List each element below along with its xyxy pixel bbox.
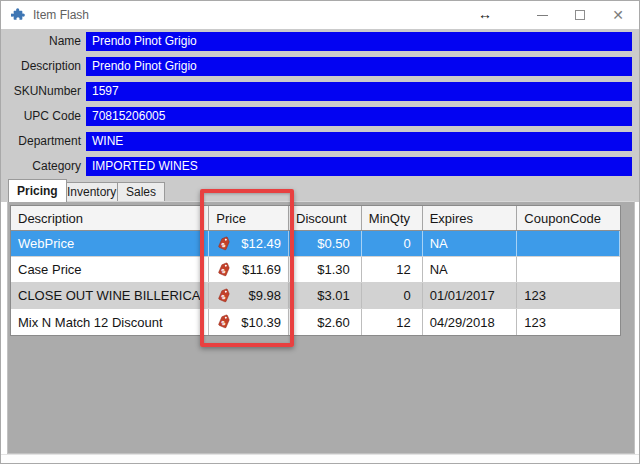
cell-description: Case Price	[11, 257, 209, 282]
cell-price: $ $12.49	[209, 231, 289, 256]
maximize-icon	[575, 10, 585, 20]
cell-couponcode	[517, 257, 620, 282]
puzzle-icon	[11, 7, 27, 23]
cell-couponcode	[517, 231, 620, 256]
cell-expires: NA	[423, 257, 518, 282]
upc-code-label: UPC Code	[1, 109, 81, 123]
column-header-price[interactable]: Price	[209, 206, 289, 230]
description-label: Description	[1, 59, 81, 73]
window-title: Item Flash	[33, 8, 89, 22]
cell-minqty: 12	[362, 309, 423, 335]
cell-description: WebPrice	[11, 231, 209, 256]
column-header-minqty[interactable]: MinQty	[362, 206, 423, 230]
cell-minqty: 12	[362, 257, 423, 282]
form-row-description: Description Prendo Pinot Grigio	[1, 57, 639, 76]
minimize-button[interactable]	[525, 1, 559, 29]
form-row-name: Name Prendo Pinot Grigio	[1, 32, 639, 51]
price-tag-icon: $	[216, 288, 232, 304]
name-field[interactable]: Prendo Pinot Grigio	[86, 32, 632, 51]
grid-row-webprice[interactable]: WebPrice $ $12.49 $0.50 0 NA	[11, 231, 620, 257]
department-field[interactable]: WINE	[86, 132, 632, 151]
cell-couponcode: 123	[517, 283, 620, 308]
column-header-expires[interactable]: Expires	[423, 206, 518, 230]
grid-row-case-price[interactable]: Case Price $ $11.69 $1.30 12 NA	[11, 257, 620, 283]
grid-row-mix-n-match[interactable]: Mix N Match 12 Discount $ $10.39 $2.60 1…	[11, 309, 620, 335]
tab-strip: Pricing Inventory Sales	[1, 178, 639, 202]
cell-price: $ $11.69	[209, 257, 289, 282]
cell-expires: NA	[423, 231, 518, 256]
column-header-discount[interactable]: Discount	[289, 206, 362, 230]
form-row-department: Department WINE	[1, 132, 639, 151]
form-row-upccode: UPC Code 70815206005	[1, 107, 639, 126]
item-flash-window: Item Flash ↔ ✕ Name Prendo Pinot Grigio …	[0, 0, 640, 464]
skunumber-label: SKUNumber	[1, 84, 81, 98]
category-label: Category	[1, 159, 81, 173]
price-tag-icon: $	[216, 262, 232, 278]
cell-discount: $2.60	[289, 309, 362, 335]
pricing-tab-page: Description Price Discount MinQty Expire…	[7, 201, 635, 454]
form-row-skunumber: SKUNumber 1597	[1, 82, 639, 101]
cell-price: $ $10.39	[209, 309, 289, 335]
cell-discount: $3.01	[289, 283, 362, 308]
price-value: $9.98	[248, 288, 281, 303]
price-value: $12.49	[241, 236, 281, 251]
tab-inventory[interactable]: Inventory	[58, 182, 125, 201]
form-row-category: Category IMPORTED WINES	[1, 157, 639, 176]
cell-discount: $0.50	[289, 231, 362, 256]
close-icon: ✕	[612, 7, 624, 23]
upc-code-field[interactable]: 70815206005	[86, 107, 632, 126]
cell-couponcode: 123	[517, 309, 620, 335]
minimize-icon	[537, 15, 548, 16]
tab-pricing[interactable]: Pricing	[8, 179, 67, 202]
cell-discount: $1.30	[289, 257, 362, 282]
cell-minqty: 0	[362, 231, 423, 256]
price-value: $10.39	[241, 315, 281, 330]
price-value: $11.69	[242, 262, 281, 277]
cell-expires: 04/29/2018	[423, 309, 518, 335]
price-tag-icon: $	[216, 314, 232, 330]
item-detail-form: Name Prendo Pinot Grigio Description Pre…	[1, 29, 639, 178]
column-header-description[interactable]: Description	[11, 206, 209, 230]
cell-minqty: 0	[362, 283, 423, 308]
category-field[interactable]: IMPORTED WINES	[86, 157, 632, 176]
close-button[interactable]: ✕	[601, 1, 635, 29]
cell-description: Mix N Match 12 Discount	[11, 309, 209, 335]
skunumber-field[interactable]: 1597	[86, 82, 632, 101]
description-field[interactable]: Prendo Pinot Grigio	[86, 57, 632, 76]
grid-header-row: Description Price Discount MinQty Expire…	[11, 206, 620, 231]
cell-expires: 01/01/2017	[423, 283, 518, 308]
cell-price: $ $9.98	[209, 283, 289, 308]
department-label: Department	[1, 134, 81, 148]
cell-description: CLOSE OUT WINE BILLERICA	[11, 283, 209, 308]
maximize-button[interactable]	[563, 1, 597, 29]
resize-cursor-icon: ↔	[478, 6, 492, 22]
pricing-grid: Description Price Discount MinQty Expire…	[10, 205, 621, 336]
price-tag-icon: $	[216, 236, 232, 252]
column-header-couponcode[interactable]: CouponCode	[517, 206, 620, 230]
grid-row-close-out[interactable]: CLOSE OUT WINE BILLERICA $ $9.98 $3.01 0…	[11, 283, 620, 309]
title-bar: Item Flash ↔ ✕	[1, 1, 639, 29]
tab-sales[interactable]: Sales	[117, 182, 165, 201]
window-bottom-border	[1, 454, 639, 464]
name-label: Name	[1, 34, 81, 48]
